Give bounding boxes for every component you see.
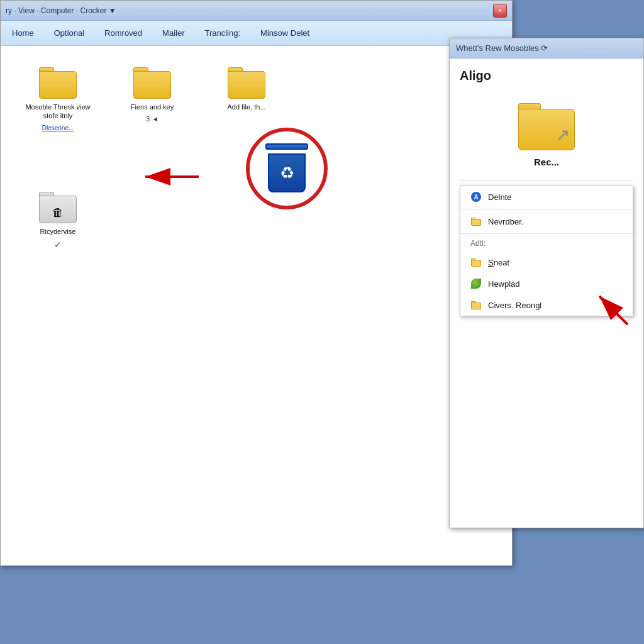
folder-small-icon-1 — [471, 218, 481, 226]
folder-icon-1 — [39, 67, 77, 99]
folder-recycle[interactable]: 🗑 Ricydervise ✓ — [17, 187, 99, 255]
close-button[interactable]: × — [493, 4, 507, 18]
folder-add[interactable]: Add file, th... — [206, 62, 287, 136]
title-bar: ry · View · Computer · Crocker ▼ × — [1, 1, 512, 21]
menu-mailer[interactable]: Mailer — [158, 26, 188, 40]
folder-body-3 — [228, 71, 265, 99]
divider-2 — [460, 233, 633, 234]
folder-small-icon-2 — [471, 258, 481, 267]
recycle-bin-icon: ♻ — [265, 143, 309, 194]
menu-trancling[interactable]: Trancling: — [201, 26, 244, 40]
leaf-icon — [471, 279, 481, 289]
recycle-circle-highlight: ♻ — [246, 128, 328, 209]
blue-circle-icon: A — [471, 192, 481, 202]
folder-preview: ↗ Rec... — [460, 91, 633, 180]
nevrdber-icon — [470, 216, 482, 227]
recycle-symbol: ♻ — [280, 164, 294, 183]
delete-label: Delnte — [488, 192, 512, 202]
folder-icon-recycle: 🗑 — [39, 192, 77, 223]
menu-optional[interactable]: Optional — [50, 26, 88, 40]
folder-mosoble[interactable]: Mosoble Thresk view stofe itnly Dleseone… — [17, 62, 99, 136]
explorer-window: ry · View · Computer · Crocker ▼ × Home … — [0, 0, 513, 566]
menu-romroved[interactable]: Romroved — [101, 26, 146, 40]
folder-icon-2 — [133, 67, 171, 99]
folder-icon-3 — [228, 67, 265, 99]
title-bar-text: ry · View · Computer · Crocker ▼ — [6, 6, 489, 15]
context-nevrdber[interactable]: Nevrdber. — [460, 211, 633, 232]
folder-body-2 — [133, 71, 171, 99]
folder-small-icon-3 — [471, 301, 481, 309]
civers-label: Civers. Reongl — [488, 301, 541, 310]
folder-body-1 — [39, 71, 77, 99]
folder-sublabel-1[interactable]: Dleseone... — [42, 125, 74, 131]
menu-minsow[interactable]: Minsow Delet — [257, 26, 313, 40]
second-window-body: Aligo ↗ Rec... A Delnte — [450, 58, 643, 331]
hewplad-icon — [470, 278, 482, 289]
sneat-label: Sneat — [488, 258, 509, 267]
bin-lid — [265, 143, 308, 150]
large-folder-icon: ↗ — [518, 103, 575, 150]
second-window: Whett's Rew Mosobles ⟳ Aligo ↗ Rec... A … — [449, 38, 644, 528]
folder-arrow-overlay: ↗ — [555, 125, 570, 145]
menu-home[interactable]: Home — [8, 26, 38, 40]
folder-label-3: Add file, th... — [227, 103, 265, 111]
folder-label-recycle: Ricydervise — [40, 227, 76, 236]
bin-body: ♻ — [268, 153, 306, 192]
delete-icon: A — [470, 191, 482, 203]
red-arrow-context — [593, 290, 631, 330]
sneat-icon — [470, 257, 482, 268]
folder-grid: Mosoble Thresk view stofe itnly Dleseone… — [11, 56, 502, 143]
folder-label-2: Fiens and key — [131, 103, 174, 111]
red-arrow-folder — [139, 164, 202, 192]
context-sneat[interactable]: Sneat — [460, 252, 633, 273]
recycle-bin-small-icon: 🗑 — [52, 206, 64, 219]
second-folder-name: Rec... — [534, 157, 559, 167]
context-delete[interactable]: A Delnte — [460, 186, 633, 208]
context-adti-label: Adti: — [460, 235, 633, 252]
folder-label-1: Mosoble Thresk view stofe itnly — [23, 103, 92, 121]
recycle-checkmark: ✓ — [54, 240, 62, 250]
nevrdber-label: Nevrdber. — [488, 217, 523, 226]
second-window-title: Whett's Rew Mosobles ⟳ — [450, 38, 643, 58]
folder-count-2: 3 ◄ — [146, 115, 158, 123]
section-title: Aligo — [460, 69, 633, 83]
folder-fiens[interactable]: Fiens and key 3 ◄ — [111, 62, 193, 136]
content-area: Mosoble Thresk view stofe itnly Dleseone… — [1, 46, 512, 565]
svg-line-3 — [599, 296, 628, 325]
civers-icon — [470, 299, 482, 311]
hewplad-label: Hewplad — [488, 279, 520, 289]
divider-1 — [460, 209, 633, 209]
menu-bar: Home Optional Romroved Mailer Trancling:… — [1, 21, 512, 46]
